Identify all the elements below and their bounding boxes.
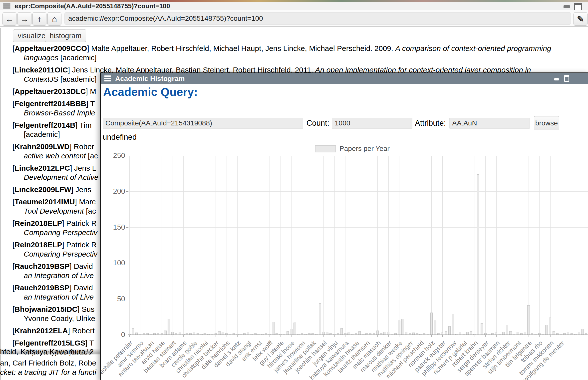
bar	[164, 331, 167, 335]
citation-fragment: cket: a tracing JIT for a functi	[0, 368, 96, 377]
bar	[452, 314, 454, 335]
y-tick-label: 250	[103, 151, 125, 160]
bar	[481, 323, 483, 335]
x-gridline	[323, 156, 324, 335]
x-gridline	[173, 156, 173, 335]
back-button[interactable]: ←	[2, 12, 16, 26]
x-gridline	[388, 156, 389, 335]
x-gridline	[518, 156, 518, 335]
x-gridline	[453, 156, 453, 335]
up-button[interactable]: ↑	[32, 12, 46, 26]
bar	[448, 326, 451, 335]
y-axis-line	[128, 156, 128, 335]
x-gridline	[302, 156, 302, 335]
bar	[168, 319, 170, 335]
x-gridline	[485, 156, 486, 335]
x-gridline	[507, 156, 507, 335]
x-gridline	[334, 156, 335, 335]
x-gridline	[151, 156, 151, 335]
url-input[interactable]	[64, 12, 571, 25]
x-gridline	[162, 156, 162, 335]
y-tick-label: 0	[103, 331, 125, 339]
bar	[477, 174, 480, 335]
academic-histogram-window: Academic Histogram Academic Query: Count…	[100, 72, 588, 380]
x-gridline	[561, 156, 561, 335]
y-gridline	[128, 263, 588, 263]
x-gridline	[367, 156, 367, 335]
minimize-button[interactable]	[564, 5, 570, 8]
x-gridline	[227, 156, 227, 335]
x-gridline	[464, 156, 464, 335]
bar	[430, 313, 433, 335]
x-gridline	[205, 156, 205, 335]
bar	[445, 331, 447, 335]
bar	[527, 305, 530, 335]
x-gridline	[377, 156, 378, 335]
bar	[340, 328, 343, 335]
main-titlebar[interactable]: expr:Composite(AA.AuId=2055148755)?count…	[0, 2, 588, 10]
page-border	[0, 28, 1, 380]
x-gridline	[291, 156, 292, 335]
bar	[319, 303, 321, 335]
bar	[553, 331, 555, 335]
x-gridline	[442, 156, 443, 335]
bar	[581, 329, 584, 335]
bar	[549, 318, 552, 335]
desktop-background	[0, 0, 588, 2]
y-tick	[126, 227, 128, 228]
home-icon[interactable]: ⌂	[47, 12, 61, 26]
maximize-button[interactable]	[574, 3, 582, 11]
bar	[272, 322, 275, 335]
y-gridline	[128, 156, 588, 156]
x-gridline	[237, 156, 238, 335]
menu-icon[interactable]	[3, 3, 10, 8]
bar	[290, 329, 293, 335]
bar	[218, 331, 221, 335]
bar	[470, 331, 472, 335]
bar	[294, 323, 296, 335]
bar	[287, 331, 289, 335]
x-gridline	[410, 156, 410, 335]
y-gridline	[128, 227, 588, 228]
x-gridline	[356, 156, 356, 335]
forward-button[interactable]: →	[17, 12, 31, 26]
citation-item: [Appeltauer2009CCO] Malte Appeltauer, Ro…	[12, 44, 587, 62]
x-gridline	[183, 156, 184, 335]
citation-fragment: an, Carl Friedrich Bolz, Robe	[0, 359, 96, 367]
y-tick-label: 100	[103, 259, 125, 267]
navigation-toolbar: ← → ↑ ⌂ ✎	[0, 10, 588, 27]
x-gridline	[431, 156, 432, 335]
bar	[434, 321, 436, 335]
y-tick	[126, 191, 128, 192]
y-tick	[126, 263, 128, 263]
y-tick	[126, 335, 128, 335]
bar	[376, 331, 379, 335]
y-tick	[126, 299, 128, 299]
x-gridline	[129, 156, 130, 335]
y-gridline	[128, 299, 588, 299]
x-gridline	[475, 156, 475, 335]
edit-url-icon[interactable]: ✎	[574, 12, 588, 26]
x-gridline	[421, 156, 421, 335]
x-gridline	[216, 156, 216, 335]
y-gridline	[128, 191, 588, 192]
x-gridline	[496, 156, 497, 335]
bar	[545, 325, 548, 335]
visualize-button[interactable]: visualize	[13, 29, 50, 42]
x-gridline	[539, 156, 540, 335]
y-tick-label: 150	[103, 223, 125, 231]
citation-fragment: hfeld, Katsuya Kawamura. 2	[0, 348, 94, 356]
x-gridline	[281, 156, 281, 335]
x-axis-baseline	[128, 335, 588, 335]
x-gridline	[270, 156, 270, 335]
bar	[132, 328, 134, 335]
x-gridline	[550, 156, 551, 335]
x-gridline	[248, 156, 248, 335]
bar	[398, 321, 400, 335]
bar	[401, 319, 404, 335]
histogram-button[interactable]: histogram	[45, 29, 86, 42]
papers-per-year-chart: 050100150200250achille peternieramir sem…	[101, 73, 588, 380]
bar	[509, 331, 512, 335]
x-gridline	[345, 156, 345, 335]
bar	[506, 325, 508, 335]
